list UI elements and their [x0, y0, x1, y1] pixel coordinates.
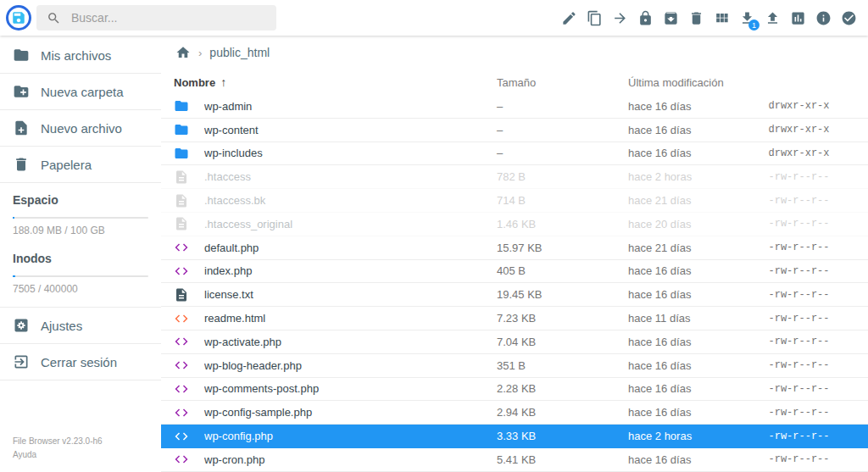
breadcrumb-folder[interactable]: public_html — [209, 46, 270, 59]
file-permissions: -rw-r--r-- — [755, 359, 843, 371]
sort-ascending-icon: ↑ — [220, 75, 226, 89]
app-logo[interactable] — [6, 5, 31, 31]
file-modified: hace 16 días — [628, 100, 755, 113]
download-button[interactable]: 1 — [734, 3, 760, 32]
file-name: wp-cron.php — [204, 453, 497, 466]
sidebar-item-my-files[interactable]: Mis archivos — [0, 37, 161, 74]
file-name: .htaccess.bk — [204, 194, 497, 207]
sidebar: Mis archivos Nueva carpeta Nuevo archivo… — [0, 36, 161, 472]
lock-button[interactable] — [632, 3, 658, 32]
rename-button[interactable] — [556, 3, 581, 32]
column-header-name[interactable]: Nombre ↑ — [174, 75, 497, 89]
folder-row[interactable]: wp-admin – hace 16 días drwxr-xr-x — [161, 95, 868, 119]
folder-row[interactable]: wp-content – hace 16 días drwxr-xr-x — [161, 119, 868, 142]
copy-button[interactable] — [581, 3, 607, 32]
file-permissions: -rw-r--r-- — [755, 242, 843, 253]
file-size: 1.46 KB — [497, 218, 628, 230]
home-icon[interactable] — [175, 45, 191, 60]
sidebar-item-label: Nuevo archivo — [41, 121, 122, 136]
sidebar-item-settings[interactable]: Ajustes — [0, 308, 161, 344]
file-name: default.php — [204, 242, 497, 254]
file-size: 5.41 KB — [497, 453, 628, 466]
download-count-badge: 1 — [748, 19, 760, 31]
file-icon — [174, 287, 189, 303]
file-row[interactable]: wp-blog-header.php 351 B hace 16 días -r… — [161, 354, 868, 378]
file-row[interactable]: index.php 405 B hace 16 días -rw-r--r-- — [161, 260, 868, 284]
file-permissions: drwxr-xr-x — [755, 100, 843, 112]
file-row[interactable]: license.txt 19.45 KB hace 16 días -rw-r-… — [161, 283, 868, 307]
column-header-modified[interactable]: Última modificación — [628, 76, 755, 89]
search-bar[interactable] — [36, 5, 276, 31]
bar-chart-icon — [790, 10, 806, 26]
file-modified: hace 16 días — [628, 359, 755, 372]
file-row[interactable]: wp-activate.php 7.04 KB hace 16 días -rw… — [161, 330, 868, 354]
file-listing: Nombre ↑ Tamaño Última modificación wp-a… — [161, 69, 868, 472]
archive-icon — [663, 10, 679, 26]
sidebar-item-label: Mis archivos — [41, 48, 111, 63]
archive-button[interactable] — [658, 3, 683, 32]
file-permissions: -rw-r--r-- — [755, 195, 843, 207]
file-row[interactable]: wp-config.php 3.33 KB hace 2 horas -rw-r… — [161, 425, 868, 448]
sidebar-nav: Mis archivos Nueva carpeta Nuevo archivo… — [0, 37, 161, 183]
file-modified: hace 16 días — [628, 264, 755, 277]
sidebar-item-new-folder[interactable]: Nueva carpeta — [0, 74, 161, 110]
file-row[interactable]: wp-comments-post.php 2.28 KB hace 16 día… — [161, 378, 868, 402]
sidebar-item-new-file[interactable]: Nuevo archivo — [0, 110, 161, 147]
file-row[interactable]: wp-config-sample.php 2.94 KB hace 16 día… — [161, 401, 868, 425]
file-row[interactable]: default.php 15.97 KB hace 21 días -rw-r-… — [161, 236, 868, 260]
file-modified: hace 21 días — [628, 194, 755, 207]
usage-progress-bar — [13, 275, 148, 277]
file-row[interactable]: .htaccess 782 B hace 2 horas -rw-r--r-- — [161, 165, 868, 189]
folder-plus-icon — [13, 83, 30, 100]
code-file-icon — [174, 381, 189, 397]
file-row[interactable]: .htaccess_original 1.46 KB hace 20 días … — [161, 213, 868, 236]
file-icon — [174, 193, 189, 208]
help-link[interactable]: Ayuda — [13, 448, 148, 462]
move-button[interactable] — [607, 3, 632, 32]
check-circle-icon — [841, 10, 857, 26]
sidebar-item-label: Cerrar sesión — [41, 355, 117, 369]
file-permissions: -rw-r--r-- — [755, 265, 843, 277]
view-grid-button[interactable] — [709, 3, 734, 32]
info-button[interactable] — [810, 3, 836, 32]
top-header: 1 — [0, 0, 868, 36]
grid-icon — [714, 10, 730, 26]
file-modified: hace 16 días — [628, 453, 755, 466]
file-modified: hace 16 días — [628, 124, 755, 136]
code-file-icon — [174, 311, 189, 326]
sidebar-footer: File Browser v2.23.0-h6 Ayuda — [0, 426, 161, 472]
file-permissions: -rw-r--r-- — [755, 383, 843, 395]
file-permissions: -rw-r--r-- — [755, 218, 843, 230]
usage-progress-bar — [13, 217, 148, 219]
upload-button[interactable] — [760, 3, 785, 32]
stats-button[interactable] — [785, 3, 810, 32]
column-header-size[interactable]: Tamaño — [497, 76, 628, 89]
code-file-icon — [174, 452, 189, 467]
usage-value: 188.09 MB / 100 GB — [13, 225, 148, 236]
file-size: 7.04 KB — [497, 336, 628, 348]
folder-row[interactable]: wp-includes – hace 16 días drwxr-xr-x — [161, 142, 868, 166]
usage-title: Inodos — [13, 252, 148, 265]
sidebar-item-logout[interactable]: Cerrar sesión — [0, 344, 161, 380]
file-name: wp-comments-post.php — [204, 382, 497, 395]
file-row[interactable]: readme.html 7.23 KB hace 11 días -rw-r--… — [161, 307, 868, 330]
code-file-icon — [174, 334, 189, 349]
file-name: wp-config.php — [204, 430, 497, 442]
copy-icon — [587, 10, 603, 26]
select-button[interactable] — [836, 3, 861, 32]
file-permissions: -rw-r--r-- — [755, 313, 843, 325]
main-panel: › public_html Nombre ↑ Tamaño Última mod… — [161, 36, 868, 472]
file-row[interactable]: .htaccess.bk 714 B hace 21 días -rw-r--r… — [161, 189, 868, 213]
usage-section: Inodos 7505 / 400000 — [0, 242, 161, 300]
file-size: 7.23 KB — [497, 312, 628, 325]
file-size: 2.94 KB — [497, 406, 628, 419]
file-modified: hace 16 días — [628, 336, 755, 348]
file-modified: hace 20 días — [628, 218, 755, 230]
file-size: 405 B — [497, 264, 628, 277]
file-row[interactable]: wp-cron.php 5.41 KB hace 16 días -rw-r--… — [161, 448, 868, 472]
delete-button[interactable] — [683, 3, 709, 32]
trash-icon — [13, 156, 30, 173]
sidebar-item-trash[interactable]: Papelera — [0, 147, 161, 183]
file-size: – — [497, 124, 628, 136]
search-input[interactable] — [70, 10, 266, 25]
